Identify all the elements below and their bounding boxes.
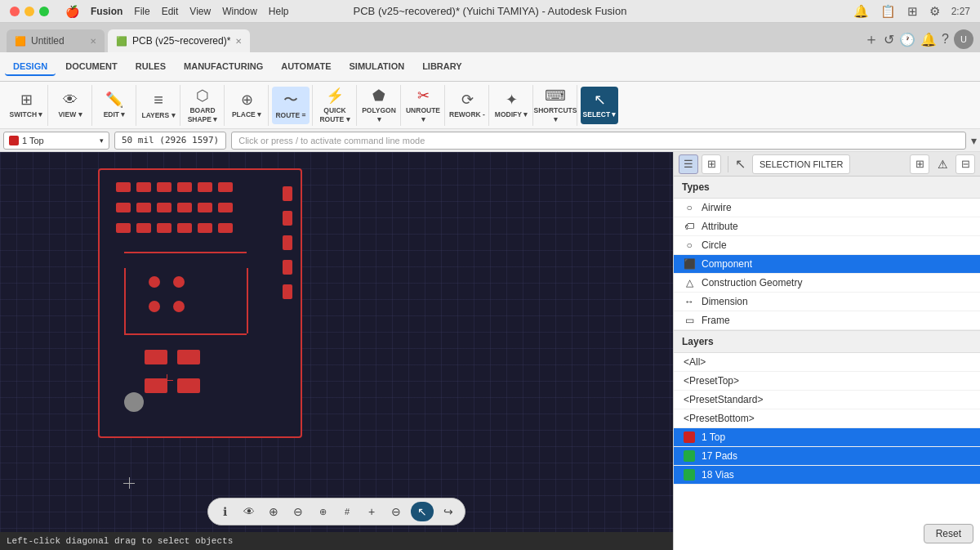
layers-button[interactable]: ≡ LAYERS ▾ bbox=[140, 87, 177, 124]
tab-untitled-label: Untitled bbox=[31, 35, 65, 47]
switch-button[interactable]: ⊞ SWITCH ▾ bbox=[7, 87, 45, 124]
close-button[interactable] bbox=[10, 7, 20, 16]
new-tab-button[interactable]: ＋ bbox=[864, 29, 879, 49]
layer-preset-top[interactable]: <PresetTop> bbox=[674, 372, 980, 391]
tab-library[interactable]: LIBRARY bbox=[414, 58, 470, 76]
type-frame[interactable]: ▭ Frame bbox=[674, 311, 980, 330]
modify-button[interactable]: ✦ MODIFY ▾ bbox=[492, 87, 530, 124]
app-name[interactable]: Fusion bbox=[91, 6, 122, 17]
layer-all-label: <All> bbox=[684, 356, 706, 368]
layer-preset-bottom[interactable]: <PresetBottom> bbox=[674, 409, 980, 428]
tab-document[interactable]: DOCUMENT bbox=[57, 58, 126, 76]
zoom-fit-button[interactable]: ⊕ bbox=[313, 502, 332, 521]
menu-view[interactable]: View bbox=[189, 6, 211, 17]
tab-rules[interactable]: RULES bbox=[127, 58, 174, 76]
tab-pcb[interactable]: 🟩 PCB (v25~recovered)* ✕ bbox=[108, 29, 250, 52]
shortcuts-button[interactable]: ⌨ SHORTCUTS ▾ bbox=[537, 87, 574, 124]
add-button[interactable]: + bbox=[362, 502, 381, 521]
avatar[interactable]: U bbox=[954, 29, 973, 49]
command-dropdown-arrow[interactable]: ▾ bbox=[971, 134, 977, 147]
titlebar-controls[interactable] bbox=[10, 7, 49, 16]
layer-1-top[interactable]: 1 Top bbox=[674, 428, 980, 447]
zoom-in-button[interactable]: ⊕ bbox=[264, 502, 283, 521]
notification-icon[interactable]: 🔔 bbox=[853, 4, 869, 19]
pcb-pad bbox=[218, 182, 233, 192]
selection-filter-label: SELECTION FILTER bbox=[760, 159, 843, 169]
panel-settings-button[interactable]: ⊟ bbox=[956, 154, 975, 174]
type-attribute-label: Attribute bbox=[702, 221, 738, 232]
view-button[interactable]: 👁 VIEW ▾ bbox=[51, 87, 89, 124]
place-icon: ⊕ bbox=[241, 91, 253, 109]
polygon-button[interactable]: ⬟ POLYGON ▾ bbox=[360, 87, 398, 124]
command-input[interactable]: Click or press / to activate command lin… bbox=[231, 132, 966, 150]
tool-group-view: 👁 VIEW ▾ bbox=[49, 85, 92, 126]
visibility-button[interactable]: 👁 bbox=[239, 502, 259, 521]
panel-layout-button[interactable]: ⊞ bbox=[910, 154, 929, 174]
tab-untitled-close[interactable]: ✕ bbox=[90, 37, 96, 46]
tab-design[interactable]: DESIGN bbox=[5, 58, 56, 76]
layer-17-pads[interactable]: 17 Pads bbox=[674, 447, 980, 466]
menu-file[interactable]: File bbox=[134, 6, 149, 17]
settings-icon[interactable]: ⚙ bbox=[929, 4, 940, 19]
place-button[interactable]: ⊕ PLACE ▾ bbox=[228, 87, 265, 124]
grid-view-button[interactable]: ⊞ bbox=[702, 154, 721, 174]
cursor-icon[interactable]: ↖ bbox=[735, 156, 746, 172]
zoom-out-button[interactable]: ⊖ bbox=[288, 502, 308, 521]
menu-edit[interactable]: Edit bbox=[162, 6, 179, 17]
type-airwire[interactable]: ○ Airwire bbox=[674, 199, 980, 217]
edit-button[interactable]: ✏️ EDIT ▾ bbox=[96, 87, 133, 124]
rework-button[interactable]: ⟳ REWORK - bbox=[448, 87, 486, 124]
layer-1-top-color bbox=[684, 432, 695, 443]
select-button[interactable]: ↖ SELECT ▾ bbox=[581, 87, 618, 124]
type-circle[interactable]: ○ Circle bbox=[674, 236, 980, 255]
history-button[interactable]: 🕐 bbox=[899, 32, 915, 47]
layer-selector[interactable]: 1 Top ▾ bbox=[3, 132, 109, 150]
subtract-button[interactable]: ⊖ bbox=[386, 502, 406, 521]
route-button[interactable]: 〜 ROUTE = bbox=[272, 87, 310, 124]
selection-filter-button[interactable]: SELECTION FILTER bbox=[752, 154, 850, 174]
board-shape-button[interactable]: ⬡ BOARD SHAPE ▾ bbox=[184, 87, 221, 124]
tab-simulation[interactable]: SIMULATION bbox=[341, 58, 413, 76]
pcb-pad bbox=[173, 276, 185, 288]
layer-18-vias[interactable]: 18 Vias bbox=[674, 466, 980, 485]
canvas-grid bbox=[0, 152, 673, 550]
menu-window[interactable]: Window bbox=[222, 6, 257, 17]
layer-all[interactable]: <All> bbox=[674, 353, 980, 372]
main-area: ℹ 👁 ⊕ ⊖ ⊕ # + ⊖ ↖ ↪ Left-click diagonal … bbox=[0, 152, 980, 550]
minimize-button[interactable] bbox=[24, 7, 34, 16]
unroute-button[interactable]: ✂ UNROUTE ▾ bbox=[404, 87, 442, 124]
layers-header: Layers bbox=[674, 331, 980, 353]
help-button[interactable]: ? bbox=[942, 32, 949, 47]
tab-pcb-close[interactable]: ✕ bbox=[235, 37, 242, 46]
list-view-button[interactable]: ☰ bbox=[679, 154, 698, 174]
cursor-button[interactable]: ↖ bbox=[411, 502, 434, 521]
warning-icon[interactable]: ⚠ bbox=[933, 154, 952, 174]
notifications-button[interactable]: 🔔 bbox=[920, 32, 937, 47]
shortcuts-icon: ⌨ bbox=[545, 87, 566, 105]
tab-pcb-icon: 🟩 bbox=[116, 36, 127, 47]
info-button[interactable]: ℹ bbox=[215, 502, 234, 521]
clipboard-icon[interactable]: 📋 bbox=[880, 4, 896, 19]
shortcuts-label: SHORTCUTS ▾ bbox=[534, 106, 577, 123]
polygon-label: POLYGON ▾ bbox=[360, 106, 398, 123]
layers-label: LAYERS ▾ bbox=[141, 111, 175, 119]
canvas-area[interactable]: ℹ 👁 ⊕ ⊖ ⊕ # + ⊖ ↖ ↪ Left-click diagonal … bbox=[0, 152, 673, 550]
quick-route-button[interactable]: ⚡ QUICK ROUTE ▾ bbox=[316, 87, 354, 124]
modify-label: MODIFY ▾ bbox=[495, 110, 528, 118]
menu-help[interactable]: Help bbox=[269, 6, 289, 17]
route-action-button[interactable]: ↪ bbox=[439, 502, 458, 521]
type-attribute[interactable]: 🏷 Attribute bbox=[674, 217, 980, 236]
tab-untitled[interactable]: 🟧 Untitled ✕ bbox=[7, 29, 105, 52]
tab-manufacturing[interactable]: MANUFACTURING bbox=[176, 58, 271, 76]
grid-button[interactable]: # bbox=[337, 502, 357, 521]
type-component[interactable]: ⬛ Component bbox=[674, 255, 980, 274]
type-dimension[interactable]: ↔ Dimension bbox=[674, 293, 980, 311]
maximize-button[interactable] bbox=[39, 7, 49, 16]
tab-automate[interactable]: AUTOMATE bbox=[273, 58, 339, 76]
layer-preset-standard[interactable]: <PresetStandard> bbox=[674, 391, 980, 409]
reset-button[interactable]: Reset bbox=[924, 524, 973, 543]
type-construction-geometry[interactable]: △ Construction Geometry bbox=[674, 274, 980, 293]
layout-icon[interactable]: ⊞ bbox=[907, 4, 918, 19]
refresh-button[interactable]: ↺ bbox=[884, 32, 894, 47]
rework-label: REWORK - bbox=[449, 110, 485, 118]
